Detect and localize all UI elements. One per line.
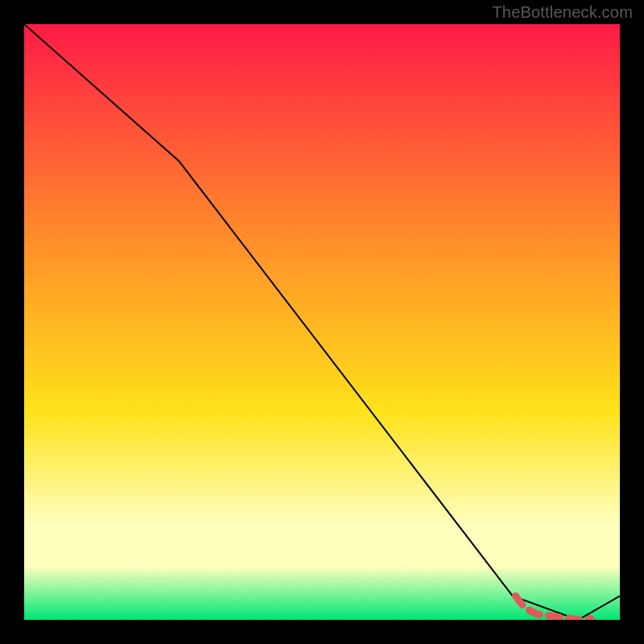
bottleneck-chart bbox=[0, 0, 644, 644]
plot-background bbox=[24, 24, 620, 620]
watermark-label: TheBottleneck.com bbox=[492, 3, 633, 22]
optimum-marker bbox=[585, 615, 595, 625]
chart-container: TheBottleneck.com bbox=[0, 0, 644, 644]
